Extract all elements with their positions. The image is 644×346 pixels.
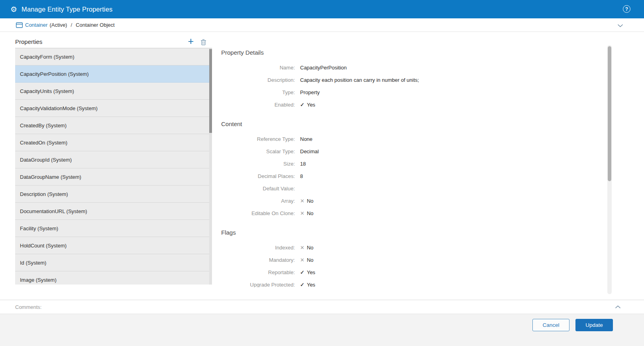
- list-item[interactable]: DocumentationURL (System): [15, 203, 212, 220]
- list-item-label: DocumentationURL (System): [20, 208, 87, 214]
- cross-icon: ✕: [300, 211, 304, 216]
- list-item-label: DataGroupName (System): [20, 174, 81, 180]
- footer-bar: Cancel Update: [0, 314, 644, 346]
- detail-value-text: No: [307, 198, 314, 204]
- breadcrumb-separator: /: [71, 22, 72, 28]
- list-item-label: CreatedBy (System): [20, 123, 67, 129]
- detail-row: Reportable:✓Yes: [221, 266, 604, 279]
- cross-icon: ✕: [300, 257, 304, 263]
- list-item-label: CreatedOn (System): [20, 140, 67, 146]
- detail-value-text: No: [307, 210, 314, 216]
- list-item[interactable]: Id (System): [15, 254, 212, 271]
- comments-bar: Comments:: [0, 300, 644, 314]
- detail-label: Reportable:: [221, 269, 295, 275]
- list-item[interactable]: Facility (System): [15, 220, 212, 237]
- detail-label: Scalar Type:: [221, 148, 295, 154]
- detail-value-text: No: [307, 257, 314, 263]
- detail-row: Decimal Places:8: [221, 170, 604, 182]
- list-item-label: Id (System): [20, 260, 46, 266]
- detail-value: ✕No: [300, 198, 314, 204]
- detail-value: ✕No: [300, 210, 314, 216]
- list-item[interactable]: CreatedBy (System): [15, 117, 212, 134]
- list-item[interactable]: CapacityUnits (System): [15, 83, 212, 100]
- detail-value: ✕No: [300, 257, 314, 263]
- detail-value-text: Property: [300, 89, 320, 95]
- detail-label: Array:: [221, 198, 295, 204]
- detail-row: Description:Capacity each position can c…: [221, 74, 604, 86]
- detail-row: Size:18: [221, 158, 604, 170]
- list-item-label: Image (System): [20, 277, 57, 283]
- breadcrumb-current: Container Object: [76, 22, 115, 28]
- detail-row: Array:✕No: [221, 195, 604, 207]
- gear-icon: ⚙: [10, 6, 17, 13]
- detail-row: Name:CapacityPerPosition: [221, 61, 604, 74]
- list-scrollbar-thumb[interactable]: [209, 49, 212, 133]
- cancel-button[interactable]: Cancel: [532, 319, 569, 331]
- detail-row: Scalar Type:Decimal: [221, 145, 604, 158]
- detail-row: Indexed:✕No: [221, 241, 604, 254]
- detail-label: Description:: [221, 77, 295, 83]
- detail-value-text: 18: [300, 161, 306, 167]
- comments-label: Comments:: [15, 304, 41, 310]
- cross-icon: ✕: [300, 245, 304, 250]
- list-item[interactable]: DataGroupName (System): [15, 168, 212, 186]
- detail-value: ✓Yes: [300, 102, 315, 108]
- detail-label: Reference Type:: [221, 136, 295, 142]
- detail-value-text: Yes: [307, 269, 315, 275]
- detail-value: Capacity each position can carry in numb…: [300, 77, 419, 83]
- entity-status: (Active): [49, 22, 67, 28]
- page-title: Manage Entity Type Properties: [22, 6, 112, 13]
- chevron-up-icon[interactable]: [615, 305, 621, 309]
- list-item-label: HoldCount (System): [20, 243, 67, 249]
- detail-label: Mandatory:: [221, 257, 295, 263]
- update-button[interactable]: Update: [575, 319, 613, 331]
- detail-value-text: Yes: [307, 282, 315, 287]
- title-bar: ⚙ Manage Entity Type Properties ?: [0, 0, 644, 18]
- help-icon[interactable]: ?: [623, 5, 630, 13]
- detail-row: Default Value:: [221, 182, 604, 195]
- detail-value-text: 8: [300, 173, 303, 179]
- detail-value: None: [300, 136, 312, 142]
- detail-row: Editable On Clone:✕No: [221, 207, 604, 219]
- main-scrollbar-thumb[interactable]: [608, 46, 611, 181]
- list-item[interactable]: CapacityForm (System): [15, 48, 212, 65]
- list-item-label: CapacityValidationMode (System): [20, 105, 98, 111]
- details-panel: Property DetailsName:CapacityPerPosition…: [221, 46, 604, 287]
- properties-panel-header: Properties +: [15, 37, 212, 48]
- detail-value: ✓Yes: [300, 282, 315, 287]
- properties-list: CapacityForm (System)CapacityPerPosition…: [15, 48, 212, 285]
- chevron-down-icon[interactable]: [617, 24, 623, 28]
- main-scrollbar[interactable]: [607, 45, 612, 294]
- detail-value: 8: [300, 173, 303, 179]
- detail-value: Property: [300, 89, 320, 95]
- detail-row: Upgrade Protected:✓Yes: [221, 279, 604, 287]
- list-scrollbar[interactable]: [209, 48, 212, 285]
- list-item[interactable]: Image (System): [15, 271, 212, 285]
- list-item[interactable]: CreatedOn (System): [15, 134, 212, 151]
- detail-label: Indexed:: [221, 245, 295, 251]
- list-item-label: CapacityPerPosition (System): [20, 71, 89, 77]
- delete-property-icon[interactable]: [200, 39, 206, 45]
- properties-title: Properties: [15, 38, 42, 45]
- list-item-label: Description (System): [20, 191, 68, 197]
- list-item[interactable]: CapacityPerPosition (System): [15, 65, 212, 83]
- detail-value: ✕No: [300, 245, 314, 251]
- list-item-label: DataGroupId (System): [20, 157, 72, 163]
- add-property-icon[interactable]: +: [188, 36, 194, 47]
- detail-label: Type:: [221, 89, 295, 95]
- breadcrumb-entity-link[interactable]: Container: [25, 22, 47, 28]
- list-item[interactable]: Description (System): [15, 186, 212, 203]
- section-title: Property Details: [221, 49, 604, 56]
- detail-value: Decimal: [300, 148, 319, 154]
- check-icon: ✓: [300, 270, 304, 275]
- list-item[interactable]: HoldCount (System): [15, 237, 212, 254]
- list-item[interactable]: CapacityValidationMode (System): [15, 100, 212, 117]
- detail-value: 18: [300, 161, 306, 167]
- detail-label: Default Value:: [221, 186, 295, 192]
- check-icon: ✓: [300, 282, 304, 287]
- detail-value-text: Decimal: [300, 148, 319, 154]
- detail-label: Name:: [221, 65, 295, 71]
- list-item[interactable]: DataGroupId (System): [15, 151, 212, 168]
- section-title: Content: [221, 121, 604, 127]
- detail-value-text: None: [300, 136, 312, 142]
